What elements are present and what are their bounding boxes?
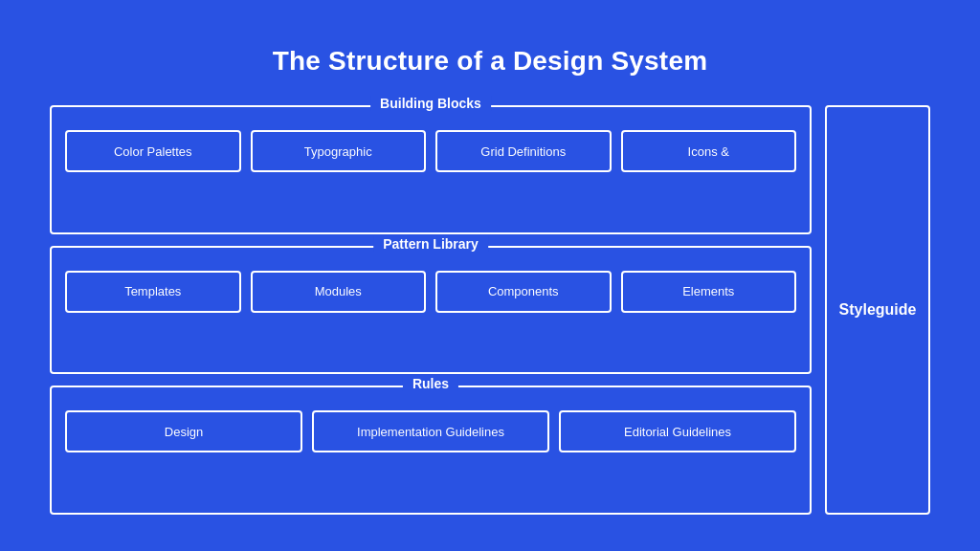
item-components: Components [435, 271, 612, 313]
building-blocks-label: Building Blocks [370, 96, 491, 111]
item-templates: Templates [65, 271, 241, 313]
styleguide-label: Styleguide [839, 301, 917, 319]
item-modules: Modules [251, 271, 427, 313]
rules-label: Rules [403, 376, 458, 391]
building-blocks-items: Color Palettes Typographic Grid Definiti… [65, 130, 796, 172]
item-elements: Elements [621, 271, 797, 313]
left-column: Building Blocks Color Palettes Typograph… [50, 105, 812, 515]
main-title: The Structure of a Design System [273, 46, 708, 77]
item-implementation-guidelines: Implementation Guidelines [312, 410, 549, 452]
item-grid-definitions: Grid Definitions [435, 130, 612, 172]
slide: The Structure of a Design System Buildin… [31, 17, 949, 534]
building-blocks-section: Building Blocks Color Palettes Typograph… [50, 105, 812, 234]
item-color-palettes: Color Palettes [65, 130, 241, 172]
item-icons: Icons & [621, 130, 797, 172]
pattern-library-section: Pattern Library Templates Modules Compon… [50, 246, 812, 375]
item-editorial-guidelines: Editorial Guidelines [559, 410, 796, 452]
item-typographic: Typographic [251, 130, 427, 172]
pattern-library-label: Pattern Library [373, 236, 488, 252]
rules-items: Design Implementation Guidelines Editori… [65, 410, 796, 452]
pattern-library-items: Templates Modules Components Elements [65, 271, 796, 313]
item-design: Design [65, 410, 302, 452]
content-area: Building Blocks Color Palettes Typograph… [50, 105, 930, 515]
styleguide-section: Styleguide [825, 105, 930, 515]
rules-section: Rules Design Implementation Guidelines E… [50, 386, 812, 515]
